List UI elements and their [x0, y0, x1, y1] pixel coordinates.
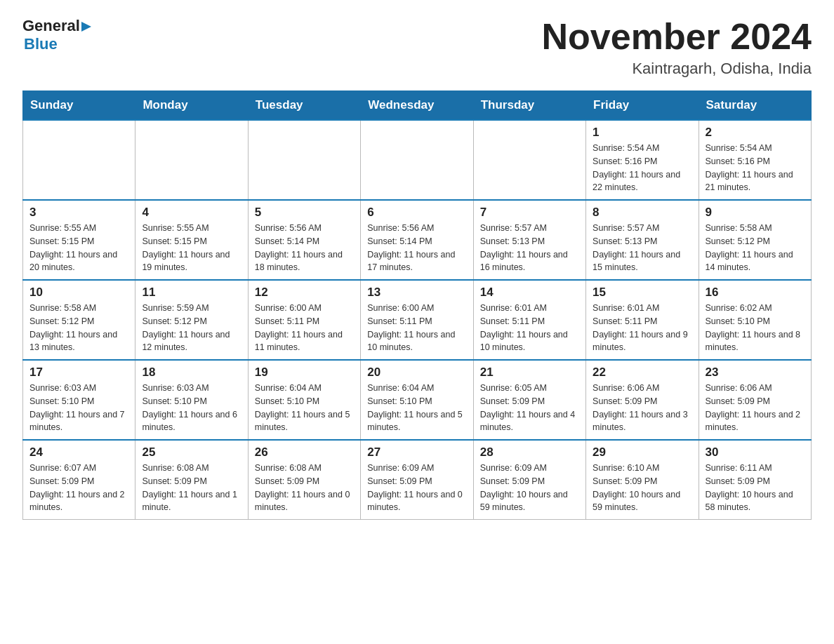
calendar-title-block: November 2024 Kaintragarh, Odisha, India [542, 17, 812, 78]
logo-general-text: General [22, 17, 80, 35]
calendar-cell: 2Sunrise: 5:54 AMSunset: 5:16 PMDaylight… [699, 120, 811, 200]
calendar-cell: 26Sunrise: 6:08 AMSunset: 5:09 PMDayligh… [248, 440, 360, 520]
day-info: Sunrise: 6:04 AMSunset: 5:10 PMDaylight:… [255, 382, 354, 434]
day-number: 12 [255, 286, 354, 300]
day-number: 8 [593, 206, 691, 220]
day-number: 21 [480, 365, 579, 380]
calendar-cell: 6Sunrise: 5:56 AMSunset: 5:14 PMDaylight… [361, 200, 473, 280]
day-info: Sunrise: 6:06 AMSunset: 5:09 PMDaylight:… [706, 382, 805, 434]
day-info: Sunrise: 6:09 AMSunset: 5:09 PMDaylight:… [367, 462, 466, 514]
calendar-cell: 15Sunrise: 6:01 AMSunset: 5:11 PMDayligh… [586, 280, 699, 360]
col-thursday: Thursday [473, 91, 585, 121]
calendar-week-row: 24Sunrise: 6:07 AMSunset: 5:09 PMDayligh… [23, 440, 812, 520]
day-number: 26 [255, 445, 354, 459]
col-friday: Friday [586, 91, 699, 121]
day-number: 3 [29, 206, 128, 220]
calendar-week-row: 1Sunrise: 5:54 AMSunset: 5:16 PMDaylight… [23, 120, 812, 200]
day-number: 11 [142, 286, 241, 300]
day-info: Sunrise: 6:01 AMSunset: 5:11 PMDaylight:… [480, 302, 579, 354]
calendar-week-row: 17Sunrise: 6:03 AMSunset: 5:10 PMDayligh… [23, 360, 812, 440]
day-number: 2 [706, 126, 805, 140]
day-number: 20 [367, 365, 466, 380]
calendar-title: November 2024 [542, 17, 812, 57]
calendar-cell [135, 120, 248, 200]
day-info: Sunrise: 6:05 AMSunset: 5:09 PMDaylight:… [480, 382, 579, 434]
day-info: Sunrise: 5:57 AMSunset: 5:13 PMDaylight:… [593, 222, 691, 274]
day-number: 1 [593, 126, 691, 140]
day-info: Sunrise: 6:10 AMSunset: 5:09 PMDaylight:… [593, 462, 691, 514]
day-info: Sunrise: 5:58 AMSunset: 5:12 PMDaylight:… [29, 302, 128, 354]
calendar-cell: 16Sunrise: 6:02 AMSunset: 5:10 PMDayligh… [699, 280, 811, 360]
col-sunday: Sunday [23, 91, 135, 121]
day-number: 9 [706, 206, 805, 220]
day-info: Sunrise: 5:59 AMSunset: 5:12 PMDaylight:… [142, 302, 241, 354]
calendar-cell: 3Sunrise: 5:55 AMSunset: 5:15 PMDaylight… [23, 200, 135, 280]
col-wednesday: Wednesday [361, 91, 473, 121]
day-number: 24 [29, 445, 128, 459]
calendar-cell: 4Sunrise: 5:55 AMSunset: 5:15 PMDaylight… [135, 200, 248, 280]
calendar-week-row: 3Sunrise: 5:55 AMSunset: 5:15 PMDaylight… [23, 200, 812, 280]
day-info: Sunrise: 5:56 AMSunset: 5:14 PMDaylight:… [255, 222, 354, 274]
calendar-cell: 14Sunrise: 6:01 AMSunset: 5:11 PMDayligh… [473, 280, 585, 360]
svg-marker-0 [81, 22, 91, 32]
day-number: 22 [593, 365, 691, 380]
calendar-cell: 29Sunrise: 6:10 AMSunset: 5:09 PMDayligh… [586, 440, 699, 520]
day-info: Sunrise: 6:03 AMSunset: 5:10 PMDaylight:… [29, 382, 128, 434]
day-info: Sunrise: 6:08 AMSunset: 5:09 PMDaylight:… [255, 462, 354, 514]
day-info: Sunrise: 6:01 AMSunset: 5:11 PMDaylight:… [593, 302, 691, 354]
day-number: 28 [480, 445, 579, 459]
calendar-table: Sunday Monday Tuesday Wednesday Thursday… [22, 90, 812, 520]
calendar-cell: 7Sunrise: 5:57 AMSunset: 5:13 PMDaylight… [473, 200, 585, 280]
day-info: Sunrise: 6:07 AMSunset: 5:09 PMDaylight:… [29, 462, 128, 514]
calendar-cell: 24Sunrise: 6:07 AMSunset: 5:09 PMDayligh… [23, 440, 135, 520]
day-info: Sunrise: 6:09 AMSunset: 5:09 PMDaylight:… [480, 462, 579, 514]
logo-arrow-icon [81, 22, 91, 34]
day-number: 13 [367, 286, 466, 300]
day-number: 19 [255, 365, 354, 380]
calendar-cell [473, 120, 585, 200]
calendar-cell: 28Sunrise: 6:09 AMSunset: 5:09 PMDayligh… [473, 440, 585, 520]
calendar-cell: 23Sunrise: 6:06 AMSunset: 5:09 PMDayligh… [699, 360, 811, 440]
day-number: 10 [29, 286, 128, 300]
page-header: General Blue November 2024 Kaintragarh, … [22, 17, 812, 78]
day-number: 14 [480, 286, 579, 300]
day-info: Sunrise: 6:00 AMSunset: 5:11 PMDaylight:… [255, 302, 354, 354]
calendar-week-row: 10Sunrise: 5:58 AMSunset: 5:12 PMDayligh… [23, 280, 812, 360]
day-number: 16 [706, 286, 805, 300]
day-info: Sunrise: 5:57 AMSunset: 5:13 PMDaylight:… [480, 222, 579, 274]
day-info: Sunrise: 5:54 AMSunset: 5:16 PMDaylight:… [706, 142, 805, 194]
day-info: Sunrise: 5:58 AMSunset: 5:12 PMDaylight:… [706, 222, 805, 274]
day-info: Sunrise: 5:55 AMSunset: 5:15 PMDaylight:… [29, 222, 128, 274]
calendar-header-row: Sunday Monday Tuesday Wednesday Thursday… [23, 91, 812, 121]
calendar-cell: 20Sunrise: 6:04 AMSunset: 5:10 PMDayligh… [361, 360, 473, 440]
day-number: 23 [706, 365, 805, 380]
calendar-cell: 10Sunrise: 5:58 AMSunset: 5:12 PMDayligh… [23, 280, 135, 360]
day-info: Sunrise: 6:03 AMSunset: 5:10 PMDaylight:… [142, 382, 241, 434]
day-info: Sunrise: 6:06 AMSunset: 5:09 PMDaylight:… [593, 382, 691, 434]
calendar-cell: 1Sunrise: 5:54 AMSunset: 5:16 PMDaylight… [586, 120, 699, 200]
col-monday: Monday [135, 91, 248, 121]
calendar-cell: 12Sunrise: 6:00 AMSunset: 5:11 PMDayligh… [248, 280, 360, 360]
calendar-cell: 21Sunrise: 6:05 AMSunset: 5:09 PMDayligh… [473, 360, 585, 440]
calendar-cell: 27Sunrise: 6:09 AMSunset: 5:09 PMDayligh… [361, 440, 473, 520]
day-number: 27 [367, 445, 466, 459]
logo: General Blue [22, 17, 91, 53]
day-number: 15 [593, 286, 691, 300]
calendar-cell: 9Sunrise: 5:58 AMSunset: 5:12 PMDaylight… [699, 200, 811, 280]
day-number: 25 [142, 445, 241, 459]
calendar-cell: 22Sunrise: 6:06 AMSunset: 5:09 PMDayligh… [586, 360, 699, 440]
day-info: Sunrise: 6:00 AMSunset: 5:11 PMDaylight:… [367, 302, 466, 354]
calendar-cell: 19Sunrise: 6:04 AMSunset: 5:10 PMDayligh… [248, 360, 360, 440]
calendar-cell: 17Sunrise: 6:03 AMSunset: 5:10 PMDayligh… [23, 360, 135, 440]
day-number: 7 [480, 206, 579, 220]
calendar-subtitle: Kaintragarh, Odisha, India [542, 60, 812, 78]
day-info: Sunrise: 6:11 AMSunset: 5:09 PMDaylight:… [706, 462, 805, 514]
calendar-cell: 13Sunrise: 6:00 AMSunset: 5:11 PMDayligh… [361, 280, 473, 360]
day-number: 30 [706, 445, 805, 459]
col-saturday: Saturday [699, 91, 811, 121]
day-number: 18 [142, 365, 241, 380]
col-tuesday: Tuesday [248, 91, 360, 121]
calendar-cell: 25Sunrise: 6:08 AMSunset: 5:09 PMDayligh… [135, 440, 248, 520]
calendar-cell [23, 120, 135, 200]
day-number: 6 [367, 206, 466, 220]
